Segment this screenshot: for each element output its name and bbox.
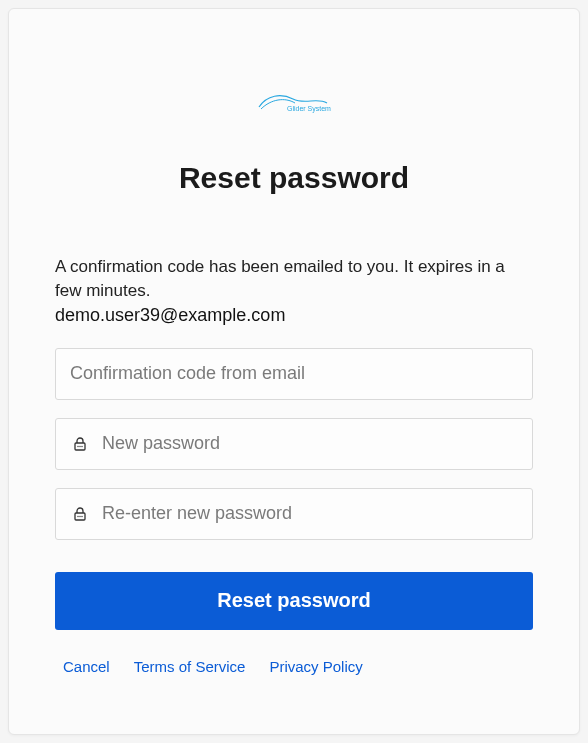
- reenter-password-input[interactable]: [102, 503, 518, 524]
- svg-point-5: [77, 515, 78, 516]
- terms-of-service-link[interactable]: Terms of Service: [134, 658, 246, 675]
- privacy-policy-link[interactable]: Privacy Policy: [269, 658, 362, 675]
- cancel-link[interactable]: Cancel: [63, 658, 110, 675]
- svg-point-7: [81, 515, 82, 516]
- brand-logo: Glider Systems: [257, 89, 331, 117]
- user-email: demo.user39@example.com: [55, 305, 533, 326]
- svg-point-6: [79, 515, 80, 516]
- svg-point-1: [77, 445, 78, 446]
- lock-icon: [70, 436, 90, 452]
- reset-password-card: Glider Systems Reset password A confirma…: [8, 8, 580, 735]
- confirmation-code-field[interactable]: [55, 348, 533, 400]
- reenter-password-field[interactable]: [55, 488, 533, 540]
- new-password-field[interactable]: [55, 418, 533, 470]
- brand-name-text: Glider Systems: [287, 105, 331, 113]
- reset-password-button[interactable]: Reset password: [55, 572, 533, 630]
- lock-icon: [70, 506, 90, 522]
- page-title: Reset password: [55, 161, 533, 195]
- actions: Reset password: [55, 572, 533, 630]
- logo-container: Glider Systems: [55, 89, 533, 117]
- instruction-text: A confirmation code has been emailed to …: [55, 255, 533, 303]
- svg-point-2: [79, 445, 80, 446]
- svg-point-3: [81, 445, 82, 446]
- confirmation-code-input[interactable]: [70, 363, 518, 384]
- footer-links: Cancel Terms of Service Privacy Policy: [55, 658, 533, 675]
- new-password-input[interactable]: [102, 433, 518, 454]
